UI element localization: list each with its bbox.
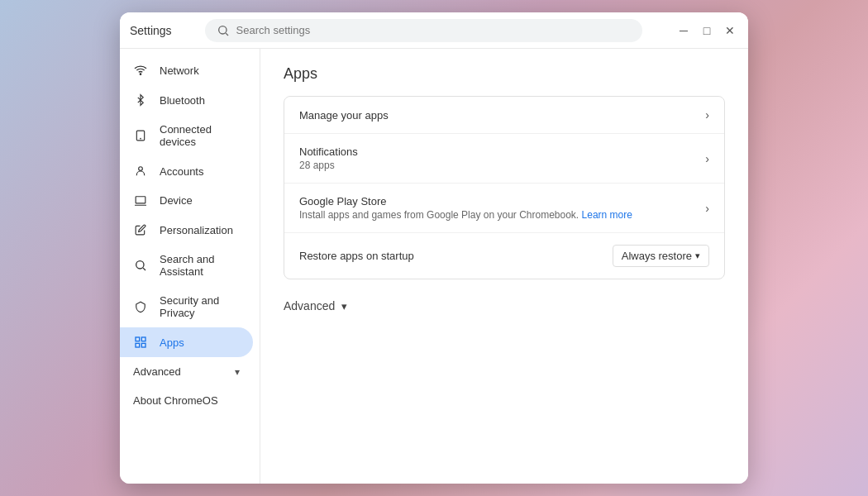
sidebar-item-personalization[interactable]: Personalization xyxy=(120,215,253,245)
sidebar-item-accounts[interactable]: Accounts xyxy=(120,156,253,186)
sidebar-item-apps[interactable]: Apps xyxy=(120,327,253,357)
sidebar-item-device[interactable]: Device xyxy=(120,186,253,215)
sidebar-label-connected-devices: Connected devices xyxy=(160,123,240,148)
search-magnify-icon xyxy=(133,259,148,272)
advanced-section[interactable]: Advanced ▾ xyxy=(284,296,725,316)
svg-point-5 xyxy=(139,167,143,171)
main-content: Apps Manage your apps › Notifications 28… xyxy=(260,49,748,484)
bluetooth-icon xyxy=(133,93,148,107)
sidebar: Network Bluetooth Connected devices Acco… xyxy=(120,49,260,484)
sidebar-label-accounts: Accounts xyxy=(160,165,203,178)
notifications-row[interactable]: Notifications 28 apps › xyxy=(284,134,724,184)
sidebar-label-network: Network xyxy=(160,64,199,77)
sidebar-item-network[interactable]: Network xyxy=(120,55,253,85)
window-controls: ─ □ ✕ xyxy=(675,22,738,39)
google-play-row[interactable]: Google Play Store Install apps and games… xyxy=(284,184,724,233)
sidebar-item-connected-devices[interactable]: Connected devices xyxy=(120,115,253,156)
titlebar: Settings ─ □ ✕ xyxy=(120,12,748,49)
svg-rect-12 xyxy=(141,343,145,347)
notifications-chevron: › xyxy=(705,152,709,165)
svg-point-0 xyxy=(218,26,226,33)
manage-apps-row[interactable]: Manage your apps › xyxy=(284,97,724,134)
chevron-down-icon: ▾ xyxy=(235,366,240,378)
person-icon xyxy=(133,165,148,178)
sidebar-item-bluetooth[interactable]: Bluetooth xyxy=(120,85,253,115)
sidebar-label-personalization: Personalization xyxy=(160,224,233,236)
search-input[interactable] xyxy=(236,24,631,36)
sidebar-label-about: About ChromeOS xyxy=(133,394,218,407)
shield-icon xyxy=(133,300,148,313)
manage-apps-title: Manage your apps xyxy=(299,109,705,122)
window-title: Settings xyxy=(130,24,172,37)
sidebar-label-security-privacy: Security and Privacy xyxy=(160,294,240,319)
sidebar-label-apps: Apps xyxy=(160,336,184,349)
svg-point-7 xyxy=(136,261,144,269)
sidebar-item-about[interactable]: About ChromeOS xyxy=(120,386,253,415)
page-title: Apps xyxy=(284,65,725,83)
maximize-button[interactable]: □ xyxy=(699,22,715,39)
svg-line-8 xyxy=(143,268,145,270)
apps-card: Manage your apps › Notifications 28 apps… xyxy=(284,96,725,279)
google-play-chevron: › xyxy=(705,202,709,215)
restore-apps-row[interactable]: Restore apps on startup Always restore ▾ xyxy=(284,233,724,279)
search-bar[interactable] xyxy=(205,19,642,42)
svg-rect-6 xyxy=(136,196,145,203)
advanced-label: Advanced xyxy=(284,299,335,312)
tablet-icon xyxy=(133,129,148,142)
advanced-expand-icon: ▾ xyxy=(341,300,347,312)
restore-apps-title: Restore apps on startup xyxy=(299,250,613,262)
sidebar-label-bluetooth: Bluetooth xyxy=(160,94,205,107)
notifications-title: Notifications xyxy=(299,145,705,158)
sidebar-item-search-assistant[interactable]: Search and Assistant xyxy=(120,245,253,286)
minimize-button[interactable]: ─ xyxy=(675,22,692,39)
learn-more-link[interactable]: Learn more xyxy=(582,209,632,221)
grid-icon xyxy=(133,336,148,349)
svg-line-1 xyxy=(226,33,228,36)
svg-point-2 xyxy=(140,74,141,74)
laptop-icon xyxy=(133,195,148,207)
settings-window: Settings ─ □ ✕ Network xyxy=(120,12,748,484)
wifi-icon xyxy=(133,64,148,77)
svg-rect-10 xyxy=(141,337,145,341)
sidebar-label-device: Device xyxy=(160,194,193,207)
sidebar-label-search-assistant: Search and Assistant xyxy=(160,253,240,278)
manage-apps-chevron: › xyxy=(705,108,709,122)
restore-select-chevron-icon: ▾ xyxy=(695,250,700,261)
content-area: Network Bluetooth Connected devices Acco… xyxy=(120,49,748,484)
search-icon xyxy=(217,24,230,37)
svg-rect-11 xyxy=(136,343,140,347)
close-button[interactable]: ✕ xyxy=(722,22,738,39)
restore-select-value: Always restore xyxy=(622,250,692,262)
pencil-icon xyxy=(133,223,148,236)
google-play-subtitle: Install apps and games from Google Play … xyxy=(299,209,705,221)
sidebar-advanced[interactable]: Advanced ▾ xyxy=(120,357,253,386)
sidebar-advanced-label: Advanced xyxy=(133,365,181,378)
notifications-subtitle: 28 apps xyxy=(299,160,705,171)
google-play-title: Google Play Store xyxy=(299,195,705,207)
svg-rect-9 xyxy=(136,337,140,341)
sidebar-item-security-privacy[interactable]: Security and Privacy xyxy=(120,286,253,327)
restore-select-dropdown[interactable]: Always restore ▾ xyxy=(613,245,709,267)
